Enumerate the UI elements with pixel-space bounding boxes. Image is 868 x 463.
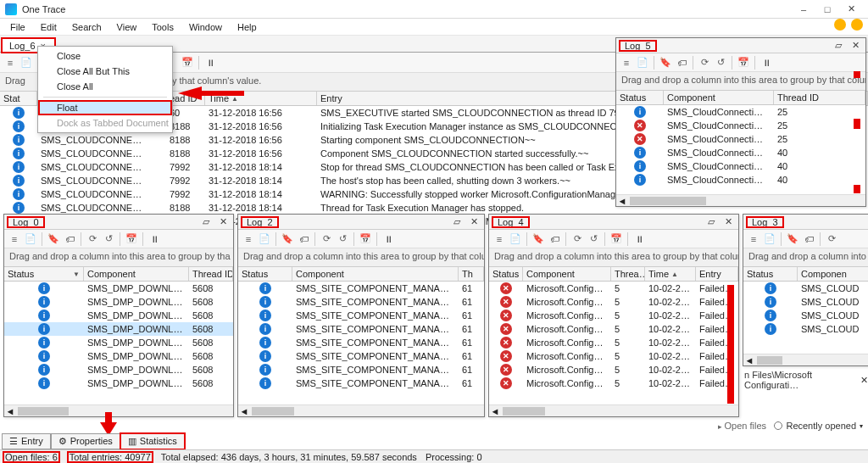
table-row[interactable]: ✕Microsoft.Configurati…510-02-20…Failed… [489,295,738,309]
table-row[interactable]: ✕Microsoft.Configurati…510-02-20…Failed… [489,349,738,363]
table-row[interactable]: iSMS_DMP_DOWNLO…5608 [4,282,233,295]
col-component[interactable]: Component [523,267,611,281]
feedback-smile-icon[interactable] [834,19,846,31]
menu-tools[interactable]: Tools [145,20,181,34]
table-row[interactable]: ✕Microsoft.Configurati…510-02-20…Failed… [489,336,738,349]
pane5-group[interactable]: Drag and drop a column into this area to… [616,72,865,91]
menu-file[interactable]: File [3,20,32,34]
table-row[interactable]: iSMS_CLOUD [743,282,868,295]
refresh-icon[interactable]: ↺ [102,232,115,246]
pane-max-button[interactable]: ▱ [450,216,464,228]
ctx-close[interactable]: Close [38,48,172,64]
toolbar-icon[interactable]: ≡ [3,56,17,70]
toolbar-icon[interactable]: 📄 [636,56,649,70]
table-row[interactable]: iSMS_SITE_COMPONENT_MANAGER61 [238,363,484,377]
bottom-tab-statistics[interactable]: ▥Statistics [120,433,185,449]
ctx-close-all[interactable]: Close All [38,79,172,94]
table-row[interactable]: iSMS_CloudConnecti…40 [616,173,865,187]
toolbar-icon[interactable]: ≡ [620,56,633,70]
bookmark-icon[interactable]: 🔖 [47,232,60,246]
pane-max-button[interactable]: ▱ [832,40,845,52]
pane-max-button[interactable]: ▱ [199,216,213,228]
toolbar-icon[interactable]: 📄 [509,232,522,246]
table-row[interactable]: iSMS_CloudConnecti…25 [616,105,865,119]
pane2-group[interactable]: Drag and drop a column into this area to… [238,248,484,267]
table-row[interactable]: iSMS_SITE_COMPONENT_MANAGER61 [238,349,484,363]
bookmark-icon[interactable]: 🔖 [786,232,799,246]
table-row[interactable]: iSMS_SITE_COMPONENT_MANAGER61 [238,282,484,295]
pause-icon[interactable]: ⏸ [381,232,395,246]
table-row[interactable]: iSMS_DMP_DOWNLO…5608 [4,295,233,309]
pane0-group[interactable]: Drag and drop a column into this area to… [4,248,233,267]
refresh-icon[interactable]: ⟳ [570,232,584,246]
pane-max-button[interactable]: ▱ [704,216,718,228]
table-row[interactable]: iSMS_DMP_DOWNLO…5608 [4,336,233,349]
toolbar-icon[interactable]: ≡ [747,232,760,246]
bookmark-icon[interactable]: 🔖 [281,232,294,246]
pane-close-button[interactable]: ✕ [721,216,735,228]
table-row[interactable]: ✕SMS_CloudConnecti…25 [616,119,865,132]
feedback-sad-icon[interactable] [851,19,863,31]
toolbar-icon[interactable]: 📄 [24,232,37,246]
calendar-icon[interactable]: 📅 [359,232,372,246]
toolbar-icon[interactable]: 📄 [763,232,776,246]
bookmark-icon[interactable]: 🏷 [548,232,561,246]
toolbar-icon[interactable]: ≡ [492,232,506,246]
pane4-group[interactable]: Drag and drop a column into this area to… [489,248,738,267]
pane5-rows[interactable]: iSMS_CloudConnecti…25✕SMS_CloudConnecti…… [616,105,865,194]
table-row[interactable]: ✕Microsoft.Configurati…510-02-20…Failed… [489,363,738,377]
table-row[interactable]: iSMS_DMP_DOWNLO…5608 [4,322,233,336]
pause-icon[interactable]: ⏸ [632,232,646,246]
table-row[interactable]: ✕SMS_CloudConnecti…25 [616,132,865,146]
table-row[interactable]: ✕Microsoft.Configurati…510-02-20…Failed… [489,309,738,322]
col-th[interactable]: Th [459,267,484,281]
toolbar-icon[interactable]: ≡ [8,232,21,246]
col-status[interactable]: Status [616,91,664,104]
table-row[interactable]: iSMS_DMP_DOWNLO…5608 [4,363,233,377]
calendar-icon[interactable]: 📅 [181,56,194,70]
col-status[interactable]: Status▼ [4,267,84,281]
table-row[interactable]: iSMS_SITE_COMPONENT_MANAGER61 [238,336,484,349]
col-status[interactable]: Status [743,267,798,281]
refresh-icon[interactable]: ⟳ [698,56,711,70]
toolbar-icon[interactable]: 📄 [258,232,271,246]
recently-opened-dropdown[interactable]: Recently opened ▾ [774,421,863,431]
col-status[interactable]: Stat [0,92,37,105]
bookmark-icon[interactable]: 🏷 [63,232,76,246]
table-row[interactable]: ✕Microsoft.Configurati…510-02-20…Failed… [489,377,738,390]
col-threadid[interactable]: Thread ID [189,267,233,281]
refresh-icon[interactable]: ↺ [587,232,600,246]
pause-icon[interactable]: ⏸ [760,56,773,70]
refresh-icon[interactable]: ⟳ [320,232,333,246]
col-component[interactable]: Componen [798,267,868,281]
col-thread[interactable]: Threa… [611,267,645,281]
pause-icon[interactable]: ⏸ [203,56,217,70]
col-status[interactable]: Status [238,267,292,281]
table-row[interactable]: iSMS_CLOUD [743,309,868,322]
bookmark-icon[interactable]: 🏷 [675,56,688,70]
toolbar-icon[interactable]: 📄 [19,56,33,70]
calendar-icon[interactable]: 📅 [737,56,750,70]
table-row[interactable]: iSMS_SITE_COMPONENT_MANAGER61 [238,295,484,309]
table-row[interactable]: iSMS_CloudConnecti…40 [616,146,865,159]
table-row[interactable]: iSMS_SITE_COMPONENT_MANAGER61 [238,322,484,336]
bookmark-icon[interactable]: 🔖 [659,56,672,70]
table-row[interactable]: iSMS_SITE_COMPONENT_MANAGER61 [238,377,484,390]
refresh-icon[interactable]: ↺ [714,56,727,70]
col-component[interactable]: Component [84,267,189,281]
table-row[interactable]: iSMS_DMP_DOWNLO…5608 [4,349,233,363]
col-time[interactable]: Time▲ [645,267,696,281]
col-threadid[interactable]: Thread ID [774,91,865,104]
pane-close-button[interactable]: ✕ [467,216,481,228]
menu-edit[interactable]: Edit [34,20,64,34]
col-component[interactable]: Component [664,91,774,104]
path-close-icon[interactable]: ✕ [860,375,868,386]
pane-close-button[interactable]: ✕ [216,216,230,228]
close-window-button[interactable]: ✕ [839,2,863,17]
menu-view[interactable]: View [110,20,144,34]
col-component[interactable]: Component [292,267,459,281]
pane-close-button[interactable]: ✕ [849,40,862,52]
refresh-icon[interactable]: ↺ [336,232,349,246]
ctx-float[interactable]: Float [38,100,172,115]
table-row[interactable]: ✕Microsoft.Configurati…510-02-20…Failed… [489,322,738,336]
